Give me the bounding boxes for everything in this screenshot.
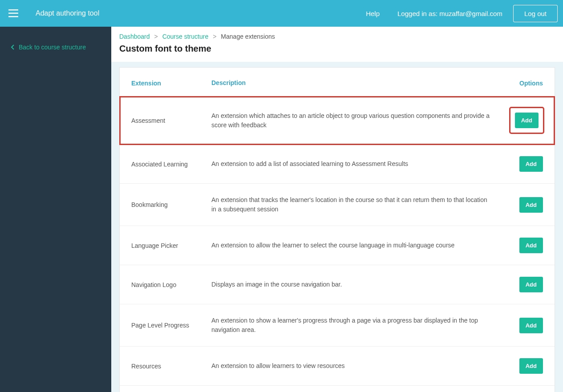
breadcrumb-current: Manage extensions (221, 33, 275, 40)
help-link[interactable]: Help (366, 10, 380, 17)
extension-options: Add (507, 156, 543, 172)
table-row: Language PickerAn extension to allow the… (120, 226, 555, 265)
svg-rect-0 (8, 9, 18, 11)
extensions-table: Extension Description Options Assessment… (119, 67, 555, 392)
topbar: Adapt authoring tool Help Logged in as: … (0, 0, 563, 27)
content-header: Dashboard > Course structure > Manage ex… (111, 27, 563, 62)
table-row: ResourcesAn extension to allow learners … (120, 347, 555, 386)
add-button[interactable]: Add (519, 238, 543, 253)
extension-description: An extension to allow the learner to sel… (211, 241, 507, 250)
add-button[interactable]: Add (515, 113, 539, 128)
back-to-course-link[interactable]: Back to course structure (0, 40, 111, 54)
page-title: Custom font to theme (119, 44, 555, 54)
hamburger-icon (8, 9, 18, 17)
extension-name: Navigation Logo (131, 281, 211, 288)
chevron-left-icon (11, 44, 14, 50)
breadcrumb-course-structure[interactable]: Course structure (162, 33, 208, 40)
app-title: Adapt authoring tool (36, 9, 99, 17)
col-header-options: Options (507, 80, 543, 87)
add-button-highlight: Add (510, 108, 543, 133)
svg-rect-2 (8, 16, 18, 17)
user-email: muzaffar@gmail.com (439, 10, 502, 17)
extension-options: Add (507, 238, 543, 253)
menu-toggle[interactable] (0, 0, 27, 27)
add-button[interactable]: Add (519, 277, 543, 292)
main-content: Dashboard > Course structure > Manage ex… (111, 27, 563, 392)
extension-name: Assessment (131, 117, 211, 124)
add-button[interactable]: Add (519, 318, 543, 333)
logged-in-label: Logged in as: muzaffar@gmail.com (397, 10, 502, 17)
col-header-description: Description (211, 78, 507, 88)
extension-description: An extension to add a list of associated… (211, 159, 507, 169)
logout-button[interactable]: Log out (513, 5, 558, 22)
col-header-extension: Extension (131, 80, 211, 87)
table-row: Associated LearningAn extension to add a… (120, 145, 555, 184)
extension-description: Displays an image in the course navigati… (211, 280, 507, 289)
extension-name: Associated Learning (131, 161, 211, 168)
table-row: Navigation LogoDisplays an image in the … (120, 265, 555, 304)
table-row: BookmarkingAn extension that tracks the … (120, 184, 555, 226)
table-row: TrickleA vertical locking extensionAdd (120, 386, 555, 392)
extension-description: An extension to show a learner's progres… (211, 316, 507, 335)
add-button[interactable]: Add (519, 197, 543, 213)
breadcrumb-separator: > (154, 33, 158, 40)
table-row: Page Level ProgressAn extension to show … (120, 304, 555, 347)
add-button[interactable]: Add (519, 358, 543, 374)
extension-name: Page Level Progress (131, 322, 211, 329)
extension-options: Add (507, 197, 543, 213)
extension-name: Resources (131, 363, 211, 370)
extension-options: Add (507, 108, 543, 133)
table-header-row: Extension Description Options (120, 68, 555, 97)
extension-options: Add (507, 318, 543, 333)
breadcrumb: Dashboard > Course structure > Manage ex… (119, 33, 555, 40)
extension-name: Language Picker (131, 242, 211, 249)
table-row: AssessmentAn extension which attaches to… (120, 97, 555, 145)
extension-name: Bookmarking (131, 201, 211, 208)
breadcrumb-separator: > (213, 33, 216, 40)
back-link-label: Back to course structure (19, 44, 86, 51)
add-button[interactable]: Add (519, 156, 543, 172)
extension-options: Add (507, 358, 543, 374)
breadcrumb-dashboard[interactable]: Dashboard (119, 33, 150, 40)
extension-description: An extension that tracks the learner's l… (211, 195, 507, 214)
extension-options: Add (507, 277, 543, 292)
extension-description: An extension to allow learners to view r… (211, 361, 507, 371)
extension-description: An extension which attaches to an articl… (211, 111, 507, 130)
svg-rect-1 (8, 13, 18, 14)
sidebar: Back to course structure (0, 27, 111, 392)
